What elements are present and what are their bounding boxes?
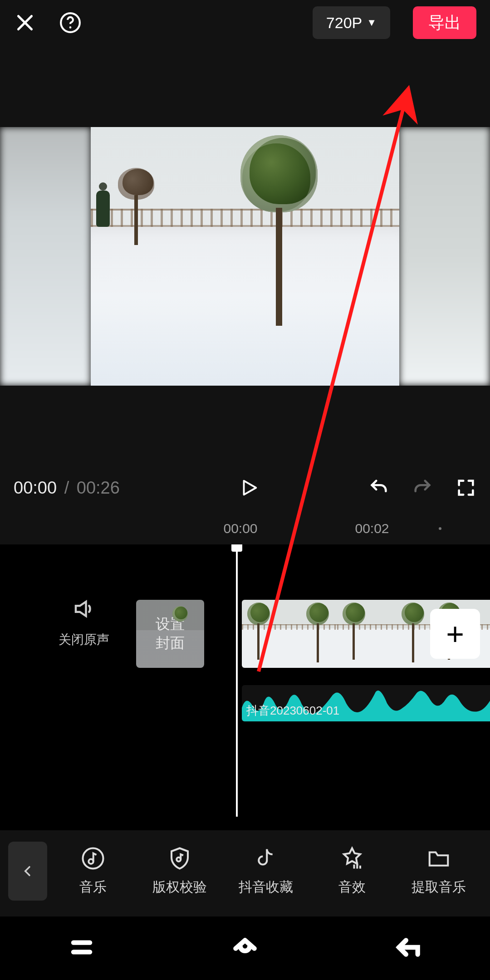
- tool-label: 版权校验: [152, 878, 207, 897]
- audio-clip[interactable]: 抖音20230602-01: [242, 685, 490, 721]
- tool-music[interactable]: 音乐: [54, 846, 132, 897]
- resolution-label: 720P: [326, 14, 362, 32]
- playhead[interactable]: [236, 544, 238, 817]
- video-preview[interactable]: [0, 127, 490, 386]
- mute-label: 关闭原声: [54, 631, 113, 648]
- toolbar-back-button[interactable]: [8, 842, 47, 901]
- tool-label: 抖音收藏: [239, 878, 293, 897]
- tool-label: 音乐: [79, 878, 107, 897]
- chevron-left-icon: [20, 864, 35, 878]
- set-cover-button[interactable]: 设置 封面: [136, 600, 204, 668]
- plus-icon: +: [446, 616, 464, 652]
- spacer: [0, 386, 490, 458]
- nav-back-button[interactable]: [394, 933, 422, 963]
- close-button[interactable]: [14, 11, 36, 34]
- time-separator: /: [62, 478, 72, 497]
- cover-label: 设置 封面: [156, 615, 185, 652]
- nav-menu-button[interactable]: [68, 933, 96, 963]
- star-bars-icon: [340, 846, 364, 871]
- add-clip-button[interactable]: +: [430, 609, 480, 659]
- tool-douyin-fav[interactable]: 抖音收藏: [227, 846, 304, 897]
- mute-original-audio[interactable]: 关闭原声: [54, 597, 113, 648]
- time-display: 00:00 / 00:26: [14, 478, 120, 498]
- speaker-icon: [72, 597, 96, 621]
- bottom-toolbar: 音乐 版权校验 抖音收藏 音效: [0, 830, 490, 916]
- resolution-select[interactable]: 720P ▼: [313, 6, 390, 39]
- folder-icon: [426, 846, 451, 871]
- svg-marker-4: [244, 481, 256, 495]
- export-button[interactable]: 导出: [413, 6, 476, 39]
- home-icon: [231, 933, 259, 961]
- back-icon: [394, 933, 422, 961]
- tool-extract-music[interactable]: 提取音乐: [400, 846, 477, 897]
- top-bar: 720P ▼ 导出: [0, 0, 490, 45]
- dropdown-icon: ▼: [367, 17, 377, 29]
- tool-copyright[interactable]: 版权校验: [141, 846, 218, 897]
- preview-blur-right: [399, 127, 490, 386]
- total-time: 00:26: [77, 478, 120, 497]
- svg-point-3: [69, 26, 72, 29]
- tool-label: 提取音乐: [412, 878, 466, 897]
- preview-blur-left: [0, 127, 91, 386]
- preview-main: [91, 127, 399, 386]
- ruler-mark: 00:02: [355, 521, 389, 536]
- tool-label: 音效: [338, 878, 366, 897]
- timeline[interactable]: 关闭原声 设置 封面 + 抖音20230602-01: [0, 544, 490, 830]
- help-button[interactable]: [59, 11, 82, 34]
- menu-icon: [68, 933, 96, 961]
- douyin-icon: [254, 846, 278, 871]
- timeline-ruler[interactable]: 00:00 00:02: [0, 517, 490, 544]
- playback-bar: 00:00 / 00:26: [0, 458, 490, 517]
- redo-button[interactable]: [412, 477, 433, 498]
- audio-clip-name: 抖音20230602-01: [246, 703, 339, 719]
- ruler-dot: [439, 527, 441, 530]
- current-time: 00:00: [14, 478, 57, 497]
- fullscreen-button[interactable]: [456, 477, 476, 498]
- nav-home-button[interactable]: [231, 933, 259, 963]
- shield-icon: [167, 846, 192, 871]
- ruler-mark: 00:00: [223, 521, 257, 536]
- spacer: [0, 45, 490, 127]
- export-label: 导出: [428, 12, 461, 34]
- music-note-icon: [81, 846, 105, 871]
- play-button[interactable]: [239, 477, 260, 498]
- undo-button[interactable]: [368, 477, 389, 498]
- tool-sound-fx[interactable]: 音效: [314, 846, 391, 897]
- system-nav-bar: [0, 916, 490, 980]
